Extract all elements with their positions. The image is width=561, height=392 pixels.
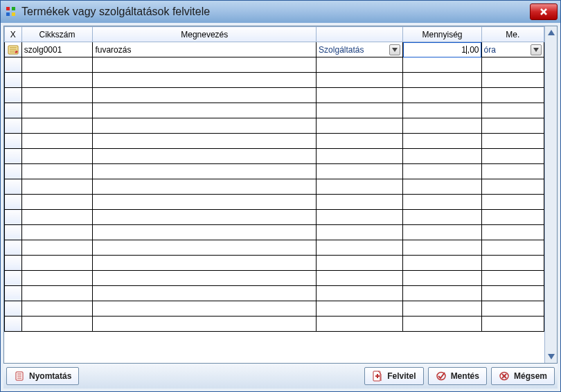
empty-cell[interactable] <box>481 88 544 103</box>
empty-cell[interactable] <box>93 301 317 317</box>
empty-cell[interactable] <box>481 179 544 195</box>
empty-cell[interactable] <box>481 73 544 88</box>
col-sku[interactable]: Cikkszám <box>21 27 93 42</box>
empty-cell[interactable] <box>403 73 481 88</box>
empty-cell[interactable] <box>21 134 93 149</box>
table-row[interactable] <box>5 118 544 134</box>
empty-cell[interactable] <box>93 118 317 134</box>
empty-cell[interactable] <box>93 256 317 271</box>
table-row[interactable] <box>5 301 544 317</box>
empty-cell[interactable] <box>93 57 317 73</box>
empty-cell[interactable] <box>21 240 93 256</box>
table-row[interactable] <box>5 240 544 256</box>
table-row[interactable] <box>5 57 544 73</box>
empty-cell[interactable] <box>317 118 403 134</box>
empty-cell[interactable] <box>481 286 544 301</box>
empty-cell[interactable] <box>21 286 93 301</box>
empty-cell[interactable] <box>21 225 93 240</box>
table-row[interactable] <box>5 195 544 210</box>
empty-cell[interactable] <box>5 271 22 286</box>
empty-cell[interactable] <box>21 195 93 210</box>
empty-cell[interactable] <box>317 88 403 103</box>
table-row[interactable] <box>5 317 544 332</box>
empty-cell[interactable] <box>481 271 544 286</box>
empty-cell[interactable] <box>317 179 403 195</box>
table-row[interactable]: szolg0001 fuvarozás Szolgáltatás 1,0 <box>5 42 544 57</box>
empty-cell[interactable] <box>481 57 544 73</box>
table-row[interactable] <box>5 256 544 271</box>
empty-cell[interactable] <box>93 179 317 195</box>
table-row[interactable] <box>5 149 544 164</box>
empty-cell[interactable] <box>93 271 317 286</box>
empty-cell[interactable] <box>481 149 544 164</box>
cell-sku[interactable]: szolg0001 <box>21 42 93 57</box>
empty-cell[interactable] <box>317 301 403 317</box>
empty-cell[interactable] <box>317 225 403 240</box>
empty-cell[interactable] <box>403 317 481 332</box>
data-grid[interactable]: X Cikkszám Megnevezés Mennyiség Me. <box>4 26 544 332</box>
empty-cell[interactable] <box>5 164 22 179</box>
empty-cell[interactable] <box>5 73 22 88</box>
empty-cell[interactable] <box>317 57 403 73</box>
empty-cell[interactable] <box>317 73 403 88</box>
empty-cell[interactable] <box>5 256 22 271</box>
empty-cell[interactable] <box>5 225 22 240</box>
print-button[interactable]: Nyomtatás <box>6 367 79 385</box>
empty-cell[interactable] <box>93 225 317 240</box>
empty-cell[interactable] <box>21 271 93 286</box>
empty-cell[interactable] <box>317 240 403 256</box>
empty-cell[interactable] <box>5 57 22 73</box>
cell-qty[interactable]: 1,00 <box>403 42 481 57</box>
empty-cell[interactable] <box>317 164 403 179</box>
empty-cell[interactable] <box>21 73 93 88</box>
empty-cell[interactable] <box>21 164 93 179</box>
cell-name[interactable]: fuvarozás <box>93 42 317 57</box>
empty-cell[interactable] <box>21 103 93 118</box>
save-button[interactable]: Mentés <box>428 367 487 385</box>
empty-cell[interactable] <box>5 149 22 164</box>
col-qty[interactable]: Mennyiség <box>403 27 481 42</box>
empty-cell[interactable] <box>403 57 481 73</box>
empty-cell[interactable] <box>317 195 403 210</box>
empty-cell[interactable] <box>5 286 22 301</box>
empty-cell[interactable] <box>93 317 317 332</box>
empty-cell[interactable] <box>317 210 403 225</box>
empty-cell[interactable] <box>93 134 317 149</box>
empty-cell[interactable] <box>5 301 22 317</box>
empty-cell[interactable] <box>481 195 544 210</box>
empty-cell[interactable] <box>5 134 22 149</box>
empty-cell[interactable] <box>403 286 481 301</box>
empty-cell[interactable] <box>93 103 317 118</box>
empty-cell[interactable] <box>403 240 481 256</box>
empty-cell[interactable] <box>93 88 317 103</box>
empty-cell[interactable] <box>403 210 481 225</box>
cell-type[interactable]: Szolgáltatás <box>317 42 403 57</box>
empty-cell[interactable] <box>21 88 93 103</box>
empty-cell[interactable] <box>317 149 403 164</box>
table-row[interactable] <box>5 210 544 225</box>
add-button[interactable]: Felvitel <box>364 367 423 385</box>
empty-cell[interactable] <box>403 149 481 164</box>
close-button[interactable] <box>530 3 558 20</box>
scroll-up-icon[interactable] <box>546 28 556 37</box>
empty-cell[interactable] <box>93 286 317 301</box>
empty-cell[interactable] <box>5 240 22 256</box>
empty-cell[interactable] <box>403 103 481 118</box>
empty-cell[interactable] <box>5 88 22 103</box>
empty-cell[interactable] <box>5 179 22 195</box>
empty-cell[interactable] <box>481 103 544 118</box>
empty-cell[interactable] <box>5 118 22 134</box>
empty-cell[interactable] <box>317 271 403 286</box>
col-unit[interactable]: Me. <box>481 27 544 42</box>
empty-cell[interactable] <box>403 118 481 134</box>
empty-cell[interactable] <box>317 317 403 332</box>
empty-cell[interactable] <box>93 240 317 256</box>
empty-cell[interactable] <box>5 195 22 210</box>
empty-cell[interactable] <box>93 149 317 164</box>
empty-cell[interactable] <box>481 210 544 225</box>
table-row[interactable] <box>5 179 544 195</box>
scroll-down-icon[interactable] <box>546 352 556 362</box>
empty-cell[interactable] <box>403 195 481 210</box>
row-indicator-icon[interactable] <box>5 42 22 57</box>
empty-cell[interactable] <box>403 164 481 179</box>
